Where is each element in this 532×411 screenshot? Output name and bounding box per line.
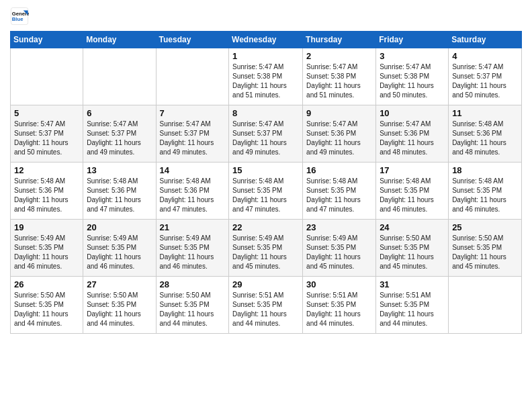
day-info: Sunrise: 5:49 AM Sunset: 5:35 PM Dayligh… — [306, 234, 372, 271]
calendar-cell: 27Sunrise: 5:50 AM Sunset: 5:35 PM Dayli… — [83, 277, 156, 334]
calendar-cell — [83, 48, 156, 105]
weekday-header-sunday: Sunday — [11, 32, 83, 48]
calendar-cell: 2Sunrise: 5:47 AM Sunset: 5:38 PM Daylig… — [303, 48, 376, 105]
day-info: Sunrise: 5:47 AM Sunset: 5:38 PM Dayligh… — [380, 62, 445, 100]
day-info: Sunrise: 5:49 AM Sunset: 5:35 PM Dayligh… — [232, 234, 299, 271]
logo: General Blue — [10, 7, 32, 26]
calendar-cell: 24Sunrise: 5:50 AM Sunset: 5:35 PM Dayli… — [376, 220, 449, 277]
calendar-cell: 9Sunrise: 5:47 AM Sunset: 5:36 PM Daylig… — [303, 105, 376, 163]
calendar-cell: 14Sunrise: 5:48 AM Sunset: 5:36 PM Dayli… — [156, 163, 229, 220]
day-number: 12 — [14, 165, 79, 175]
day-info: Sunrise: 5:47 AM Sunset: 5:37 PM Dayligh… — [452, 62, 518, 100]
calendar-cell: 11Sunrise: 5:48 AM Sunset: 5:36 PM Dayli… — [449, 105, 522, 163]
calendar-cell: 16Sunrise: 5:48 AM Sunset: 5:35 PM Dayli… — [303, 163, 376, 220]
day-number: 7 — [160, 108, 226, 118]
weekday-header-thursday: Thursday — [303, 32, 376, 48]
day-number: 8 — [232, 108, 299, 118]
day-number: 16 — [306, 165, 372, 175]
calendar-cell: 30Sunrise: 5:51 AM Sunset: 5:35 PM Dayli… — [303, 277, 376, 334]
day-number: 30 — [306, 279, 372, 289]
day-info: Sunrise: 5:48 AM Sunset: 5:35 PM Dayligh… — [380, 177, 445, 214]
day-number: 28 — [160, 279, 226, 289]
calendar-week-row: 1Sunrise: 5:47 AM Sunset: 5:38 PM Daylig… — [11, 48, 522, 105]
calendar-cell: 15Sunrise: 5:48 AM Sunset: 5:35 PM Dayli… — [229, 163, 303, 220]
weekday-header-wednesday: Wednesday — [229, 32, 303, 48]
calendar-cell: 28Sunrise: 5:50 AM Sunset: 5:35 PM Dayli… — [156, 277, 229, 334]
calendar-cell: 29Sunrise: 5:51 AM Sunset: 5:35 PM Dayli… — [229, 277, 303, 334]
calendar-week-row: 12Sunrise: 5:48 AM Sunset: 5:36 PM Dayli… — [11, 163, 522, 220]
day-number: 11 — [452, 108, 518, 118]
day-number: 5 — [14, 108, 79, 118]
day-info: Sunrise: 5:51 AM Sunset: 5:35 PM Dayligh… — [306, 291, 372, 328]
calendar-cell — [449, 277, 522, 334]
day-number: 9 — [306, 108, 372, 118]
day-info: Sunrise: 5:49 AM Sunset: 5:35 PM Dayligh… — [87, 234, 152, 271]
day-info: Sunrise: 5:49 AM Sunset: 5:35 PM Dayligh… — [14, 234, 79, 271]
page-header: General Blue — [10, 7, 522, 26]
day-info: Sunrise: 5:48 AM Sunset: 5:36 PM Dayligh… — [87, 177, 152, 214]
calendar-cell: 26Sunrise: 5:50 AM Sunset: 5:35 PM Dayli… — [11, 277, 83, 334]
day-number: 29 — [232, 279, 299, 289]
calendar-cell: 20Sunrise: 5:49 AM Sunset: 5:35 PM Dayli… — [83, 220, 156, 277]
day-info: Sunrise: 5:47 AM Sunset: 5:36 PM Dayligh… — [380, 120, 445, 157]
day-number: 21 — [160, 222, 226, 232]
calendar-cell: 4Sunrise: 5:47 AM Sunset: 5:37 PM Daylig… — [449, 48, 522, 105]
weekday-header-saturday: Saturday — [449, 32, 522, 48]
calendar-cell — [156, 48, 229, 105]
day-number: 27 — [87, 279, 152, 289]
day-number: 19 — [14, 222, 79, 232]
weekday-header-monday: Monday — [83, 32, 156, 48]
day-number: 23 — [306, 222, 372, 232]
day-number: 6 — [87, 108, 152, 118]
calendar-cell: 23Sunrise: 5:49 AM Sunset: 5:35 PM Dayli… — [303, 220, 376, 277]
calendar-cell: 18Sunrise: 5:48 AM Sunset: 5:35 PM Dayli… — [449, 163, 522, 220]
day-info: Sunrise: 5:49 AM Sunset: 5:35 PM Dayligh… — [160, 234, 226, 271]
svg-text:Blue: Blue — [12, 16, 24, 22]
day-info: Sunrise: 5:47 AM Sunset: 5:38 PM Dayligh… — [306, 62, 372, 100]
calendar-cell: 13Sunrise: 5:48 AM Sunset: 5:36 PM Dayli… — [83, 163, 156, 220]
calendar-cell: 3Sunrise: 5:47 AM Sunset: 5:38 PM Daylig… — [376, 48, 449, 105]
day-info: Sunrise: 5:50 AM Sunset: 5:35 PM Dayligh… — [14, 291, 79, 328]
day-number: 31 — [380, 279, 445, 289]
day-info: Sunrise: 5:47 AM Sunset: 5:37 PM Dayligh… — [87, 120, 152, 157]
day-number: 17 — [380, 165, 445, 175]
calendar-week-row: 19Sunrise: 5:49 AM Sunset: 5:35 PM Dayli… — [11, 220, 522, 277]
calendar-cell: 25Sunrise: 5:50 AM Sunset: 5:35 PM Dayli… — [449, 220, 522, 277]
day-number: 18 — [452, 165, 518, 175]
calendar-week-row: 26Sunrise: 5:50 AM Sunset: 5:35 PM Dayli… — [11, 277, 522, 334]
day-number: 22 — [232, 222, 299, 232]
day-info: Sunrise: 5:48 AM Sunset: 5:35 PM Dayligh… — [232, 177, 299, 214]
day-info: Sunrise: 5:48 AM Sunset: 5:35 PM Dayligh… — [306, 177, 372, 214]
day-info: Sunrise: 5:47 AM Sunset: 5:38 PM Dayligh… — [232, 62, 299, 100]
day-number: 15 — [232, 165, 299, 175]
day-info: Sunrise: 5:51 AM Sunset: 5:35 PM Dayligh… — [232, 291, 299, 328]
calendar-header-row: SundayMondayTuesdayWednesdayThursdayFrid… — [11, 32, 522, 48]
calendar-cell: 17Sunrise: 5:48 AM Sunset: 5:35 PM Dayli… — [376, 163, 449, 220]
calendar-cell: 31Sunrise: 5:51 AM Sunset: 5:35 PM Dayli… — [376, 277, 449, 334]
calendar-cell: 21Sunrise: 5:49 AM Sunset: 5:35 PM Dayli… — [156, 220, 229, 277]
day-info: Sunrise: 5:50 AM Sunset: 5:35 PM Dayligh… — [452, 234, 518, 271]
day-number: 4 — [452, 51, 518, 61]
day-info: Sunrise: 5:47 AM Sunset: 5:37 PM Dayligh… — [160, 120, 226, 157]
calendar-cell: 22Sunrise: 5:49 AM Sunset: 5:35 PM Dayli… — [229, 220, 303, 277]
day-number: 20 — [87, 222, 152, 232]
day-info: Sunrise: 5:47 AM Sunset: 5:37 PM Dayligh… — [14, 120, 79, 157]
day-number: 10 — [380, 108, 445, 118]
calendar-cell: 1Sunrise: 5:47 AM Sunset: 5:38 PM Daylig… — [229, 48, 303, 105]
day-info: Sunrise: 5:48 AM Sunset: 5:36 PM Dayligh… — [452, 120, 518, 157]
day-number: 24 — [380, 222, 445, 232]
calendar-cell: 6Sunrise: 5:47 AM Sunset: 5:37 PM Daylig… — [83, 105, 156, 163]
day-info: Sunrise: 5:50 AM Sunset: 5:35 PM Dayligh… — [87, 291, 152, 328]
day-info: Sunrise: 5:48 AM Sunset: 5:36 PM Dayligh… — [14, 177, 79, 214]
day-number: 25 — [452, 222, 518, 232]
day-number: 2 — [306, 51, 372, 61]
day-info: Sunrise: 5:47 AM Sunset: 5:36 PM Dayligh… — [306, 120, 372, 157]
day-info: Sunrise: 5:50 AM Sunset: 5:35 PM Dayligh… — [160, 291, 226, 328]
calendar-cell — [11, 48, 83, 105]
day-number: 14 — [160, 165, 226, 175]
calendar-cell: 19Sunrise: 5:49 AM Sunset: 5:35 PM Dayli… — [11, 220, 83, 277]
day-info: Sunrise: 5:51 AM Sunset: 5:35 PM Dayligh… — [380, 291, 445, 328]
day-number: 1 — [232, 51, 299, 61]
day-info: Sunrise: 5:47 AM Sunset: 5:37 PM Dayligh… — [232, 120, 299, 157]
calendar-cell: 10Sunrise: 5:47 AM Sunset: 5:36 PM Dayli… — [376, 105, 449, 163]
